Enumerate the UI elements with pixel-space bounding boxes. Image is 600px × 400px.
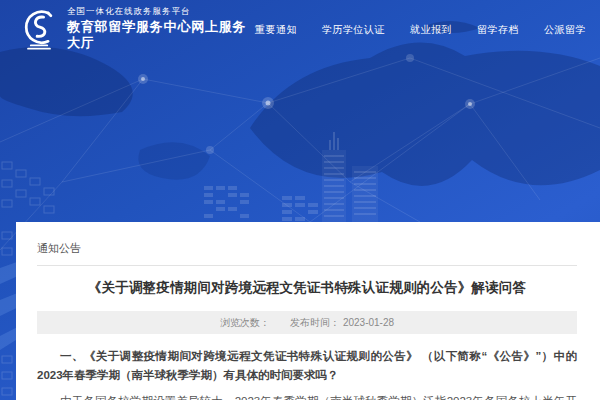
main-nav: 重要通知 学历学位认证 就业报到 留学存档 公派留学 <box>255 23 586 37</box>
nav-item-degree-certification[interactable]: 学历学位认证 <box>322 23 385 37</box>
notice-title: 《关于调整疫情期间对跨境远程文凭证书特殊认证规则的公告》解读问答 <box>37 279 577 297</box>
publish-date: 2023-01-28 <box>343 317 394 328</box>
brand-text: 全国一体化在线政务服务平台 教育部留学服务中心网上服务大厅 <box>67 6 255 51</box>
answer-paragraph: 由于各国各校学期设置差异较大，2023年春季学期（南半球秋季学期）泛指2023年… <box>37 392 577 400</box>
nav-item-employment-registration[interactable]: 就业报到 <box>410 23 452 37</box>
top-bar: 全国一体化在线政务服务平台 教育部留学服务中心网上服务大厅 重要通知 学历学位认… <box>0 0 600 58</box>
meta-bar: 浏览次数： 发布时间： 2023-01-28 <box>37 311 577 334</box>
publish-label: 发布时间： <box>290 316 340 330</box>
nav-item-study-abroad-archive[interactable]: 留学存档 <box>477 23 519 37</box>
gov-service-emblem-icon <box>18 7 60 51</box>
views-label: 浏览次数： <box>220 316 270 330</box>
nav-item-government-sponsored-study[interactable]: 公派留学 <box>544 23 586 37</box>
section-divider <box>37 265 577 266</box>
site-title: 教育部留学服务中心网上服务大厅 <box>67 19 255 52</box>
section-label: 通知公告 <box>37 241 577 256</box>
platform-label: 全国一体化在线政务服务平台 <box>67 6 255 17</box>
brand-home-link[interactable]: 全国一体化在线政务服务平台 教育部留学服务中心网上服务大厅 <box>18 6 255 51</box>
page: 全国一体化在线政务服务平台 教育部留学服务中心网上服务大厅 重要通知 学历学位认… <box>0 0 600 400</box>
nav-item-important-notice[interactable]: 重要通知 <box>255 23 297 37</box>
question-paragraph: 一、《关于调整疫情期间对跨境远程文凭证书特殊认证规则的公告》 （以下简称“《公告… <box>37 347 577 385</box>
notice-card: 通知公告 《关于调整疫情期间对跨境远程文凭证书特殊认证规则的公告》解读问答 浏览… <box>16 222 600 400</box>
